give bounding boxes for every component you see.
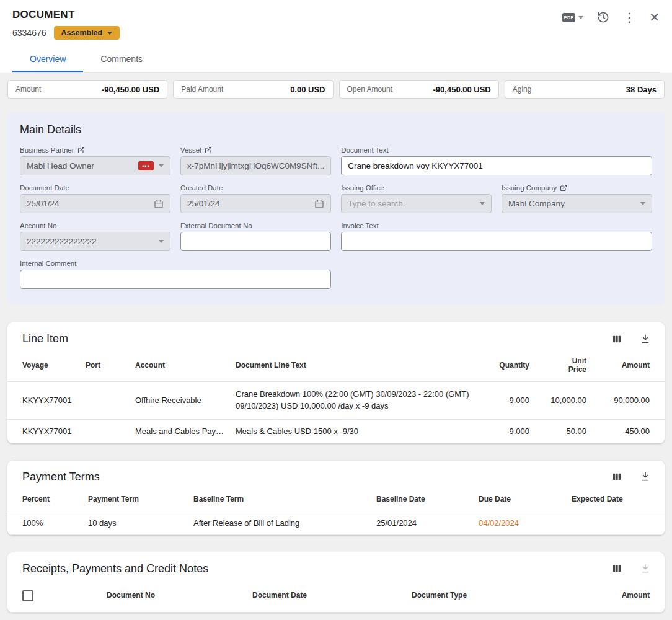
partner-flag-icon[interactable]: ••• — [138, 161, 154, 170]
field-vessel: Vessel x-7pMnHjyjimtxgHOq6WC0M9SNft... — [180, 146, 331, 175]
column-settings-button[interactable] — [611, 471, 622, 482]
table-row[interactable]: KKYYX77001 Meals and Cables Pay… Meals &… — [7, 419, 665, 443]
pdf-export-button[interactable]: PDF — [562, 13, 584, 22]
internal-comment-input[interactable] — [20, 270, 331, 289]
cell-unit-price: 50.00 — [534, 419, 591, 443]
summary-label: Open Amount — [347, 85, 392, 94]
external-link-icon[interactable] — [205, 146, 212, 154]
field-label: Vessel — [180, 146, 201, 154]
cell-unit-price: 10,000.00 — [534, 382, 591, 420]
summary-value: 0.00 USD — [290, 85, 325, 94]
cell-port — [81, 419, 130, 443]
invoice-text-input[interactable] — [341, 232, 652, 251]
line-item-table: Voyage Port Account Document Line Text Q… — [7, 352, 665, 443]
close-button[interactable]: ✕ — [649, 11, 660, 24]
chevron-down-icon — [159, 164, 164, 167]
cell-baseline-date: 25/01/2024 — [371, 511, 474, 534]
cell-account: Offhire Receivable — [130, 382, 231, 420]
field-internal-comment: Internal Comment — [20, 260, 331, 289]
col-percent: Percent — [7, 490, 83, 512]
summary-cards: Amount -90,450.00 USD Paid Amount 0.00 U… — [7, 80, 665, 99]
col-document-date: Document Date — [247, 582, 407, 613]
close-icon: ✕ — [649, 11, 660, 24]
calendar-icon — [154, 199, 164, 209]
kebab-menu-icon: ⋮ — [623, 11, 635, 24]
col-document-no: Document No — [102, 582, 247, 613]
external-link-icon[interactable] — [560, 184, 567, 192]
download-button[interactable] — [640, 471, 651, 482]
col-document-type: Document Type — [407, 582, 584, 613]
field-business-partner: Business Partner Mabl Head Owner ••• — [20, 146, 170, 175]
cell-percent: 100% — [7, 511, 83, 534]
cell-port — [81, 382, 130, 420]
history-button[interactable] — [597, 11, 609, 24]
account-no-value: 222222222222222 — [27, 237, 154, 246]
chevron-down-icon — [159, 240, 164, 243]
table-header-row: Percent Payment Term Baseline Term Basel… — [7, 490, 665, 512]
col-voyage: Voyage — [7, 352, 81, 382]
calendar-icon — [314, 199, 324, 209]
cell-document-line-text: Crane Breakdown 100% (22:00 (GMT) 30/09/… — [231, 382, 475, 420]
table-row[interactable]: 100% 10 days After Release of Bill of La… — [7, 511, 665, 534]
document-text-input[interactable] — [341, 156, 652, 175]
section-title: Receipts, Payments and Credit Notes — [22, 562, 208, 575]
field-label: Issuing Company — [502, 184, 557, 192]
col-payment-term: Payment Term — [83, 490, 188, 512]
col-amount: Amount — [584, 582, 665, 613]
field-issuing-company: Issuing Company Mabl Company — [502, 184, 652, 213]
document-date-value: 25/01/24 — [27, 199, 149, 208]
table-row[interactable]: KKYYX77001 Offhire Receivable Crane Brea… — [7, 382, 665, 420]
issuing-company-value: Mabl Company — [508, 199, 635, 208]
cell-quantity: -9.000 — [475, 382, 534, 420]
history-icon — [597, 11, 609, 24]
field-issuing-office: Issuing Office Type to search. — [341, 184, 492, 213]
field-document-date: Document Date 25/01/24 — [20, 184, 170, 213]
col-port: Port — [81, 352, 130, 382]
tab-comments[interactable]: Comments — [83, 47, 160, 72]
column-settings-button[interactable] — [611, 563, 622, 574]
columns-icon — [611, 471, 622, 482]
cell-amount: -450.00 — [591, 419, 665, 443]
col-baseline-term: Baseline Term — [188, 490, 371, 512]
chevron-down-icon — [107, 32, 112, 35]
tab-overview[interactable]: Overview — [12, 47, 83, 72]
column-settings-button[interactable] — [611, 334, 622, 345]
field-created-date: Created Date 25/01/24 — [180, 184, 331, 213]
select-all-checkbox[interactable] — [22, 590, 33, 601]
more-options-button[interactable]: ⋮ — [623, 11, 635, 24]
summary-card-paid-amount: Paid Amount 0.00 USD — [173, 80, 333, 99]
line-item-section: Line Item Voyage Port Account Document L… — [7, 322, 665, 443]
table-header-row: Document No Document Date Document Type … — [7, 582, 665, 613]
col-quantity: Quantity — [475, 352, 534, 382]
account-no-select: 222222222222222 — [20, 232, 170, 251]
section-title: Line Item — [22, 332, 68, 345]
issuing-office-placeholder: Type to search. — [348, 199, 475, 208]
table-header-row: Voyage Port Account Document Line Text Q… — [7, 352, 665, 382]
external-document-no-input[interactable] — [180, 232, 331, 251]
download-button[interactable] — [640, 334, 651, 345]
cell-payment-term: 10 days — [83, 511, 188, 534]
payment-terms-section: Payment Terms Percent Payment Term Basel… — [7, 461, 665, 535]
col-amount: Amount — [591, 352, 665, 382]
columns-icon — [611, 563, 622, 574]
created-date-picker: 25/01/24 — [180, 194, 331, 213]
business-partner-select[interactable]: Mabl Head Owner ••• — [20, 156, 170, 175]
receipts-table: Document No Document Date Document Type … — [7, 582, 665, 613]
external-link-icon[interactable] — [77, 146, 85, 154]
document-date-picker: 25/01/24 — [20, 194, 170, 213]
field-label: Invoice Text — [341, 222, 379, 229]
field-invoice-text: Invoice Text — [341, 222, 652, 251]
download-icon — [640, 334, 651, 345]
download-icon — [640, 563, 651, 574]
cell-expected-date — [567, 511, 665, 534]
download-icon — [640, 471, 651, 482]
cell-due-date: 04/02/2024 — [474, 511, 567, 534]
field-label: Account No. — [20, 222, 59, 229]
summary-label: Paid Amount — [181, 85, 223, 94]
field-label: Business Partner — [20, 146, 74, 154]
col-account: Account — [130, 352, 231, 382]
status-badge-dropdown[interactable]: Assembled — [54, 26, 120, 40]
cell-account: Meals and Cables Pay… — [130, 419, 231, 443]
pdf-icon: PDF — [562, 13, 576, 22]
chevron-down-icon — [578, 16, 583, 19]
